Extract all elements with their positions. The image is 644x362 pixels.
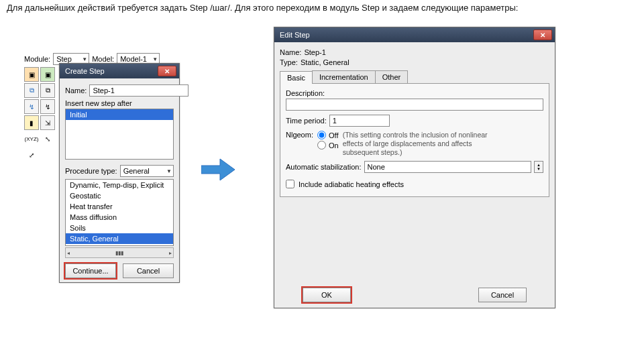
- name-label: Name:: [280, 48, 301, 56]
- chevron-down-icon: ▼: [152, 56, 158, 62]
- tool-icon[interactable]: ⤢: [24, 147, 39, 162]
- nlgeom-hint: (This setting controls the inclusion of …: [343, 131, 497, 157]
- procedure-type-label: Procedure type:: [65, 167, 117, 175]
- stabilization-label: Automatic stabilization:: [286, 163, 362, 171]
- xyz-icon[interactable]: (XYZ): [24, 131, 39, 146]
- tab-basic[interactable]: Basic: [280, 71, 313, 84]
- type-value: Static, General: [301, 58, 350, 66]
- radio[interactable]: [317, 131, 326, 139]
- insert-after-label: Insert new step after: [65, 99, 174, 107]
- titlebar[interactable]: Create Step ✕: [60, 64, 179, 78]
- list-item[interactable]: Heat transfer: [66, 201, 173, 212]
- spinner[interactable]: ▲▼: [534, 161, 543, 173]
- create-step-dialog: Create Step ✕ Name: Insert new step afte…: [59, 63, 180, 283]
- nlgeom-label: Nlgeom:: [286, 131, 313, 139]
- list-item[interactable]: Geostatic: [66, 190, 173, 201]
- titlebar[interactable]: Edit Step ✕: [274, 27, 555, 42]
- description-label: Description:: [286, 89, 543, 97]
- horizontal-scrollbar[interactable]: ◂▮▮▮▸: [65, 247, 174, 258]
- radio-label: On: [329, 141, 339, 149]
- model-combo-value: Model-1: [120, 55, 147, 63]
- close-icon[interactable]: ✕: [158, 66, 176, 76]
- cancel-button[interactable]: Cancel: [478, 288, 527, 302]
- continue-button[interactable]: Continue...: [65, 263, 116, 278]
- tool-icon[interactable]: ↯: [24, 99, 39, 114]
- module-combo-value: Step: [56, 55, 72, 63]
- tool-icon[interactable]: ▣: [40, 67, 55, 82]
- module-label: Module:: [24, 55, 50, 63]
- tool-icon[interactable]: ▮: [24, 115, 39, 130]
- chevron-down-icon: ▼: [82, 56, 87, 62]
- tab-other[interactable]: Other: [375, 70, 409, 83]
- arrow-icon: [201, 158, 235, 182]
- model-label: Model:: [92, 55, 114, 63]
- stabilization-value: None: [368, 163, 385, 171]
- list-item[interactable]: Dynamic, Temp-disp, Explicit: [66, 180, 173, 190]
- insert-after-list[interactable]: Initial: [65, 109, 174, 160]
- list-item[interactable]: Mass diffusion: [66, 212, 173, 223]
- chevron-down-icon: ▼: [166, 168, 172, 174]
- list-item[interactable]: Soils: [66, 223, 173, 233]
- dialog-title: Create Step: [65, 67, 105, 75]
- stabilization-combo[interactable]: None: [364, 161, 532, 173]
- page-caption: Для дальнейших действий требуется задать…: [7, 3, 518, 13]
- list-item[interactable]: Static, Riks: [66, 244, 173, 246]
- tool-icon[interactable]: ⤡: [40, 131, 55, 146]
- close-icon[interactable]: ✕: [533, 29, 552, 40]
- nlgeom-off-option[interactable]: Off: [317, 131, 339, 139]
- list-item[interactable]: Static, General: [66, 233, 173, 244]
- tool-icon[interactable]: ↯: [40, 99, 55, 114]
- ok-button[interactable]: OK: [303, 288, 351, 302]
- list-item[interactable]: Initial: [66, 109, 173, 120]
- time-period-label: Time period:: [286, 117, 327, 125]
- left-toolbox: ▣ ▣ ⧉ ⧉ ↯ ↯ ▮ ⇲ (XYZ) ⤡ ⤢: [24, 67, 55, 162]
- radio[interactable]: [317, 141, 326, 149]
- name-label: Name:: [65, 86, 87, 95]
- tool-icon[interactable]: ▣: [24, 67, 39, 82]
- tool-icon[interactable]: ⧉: [24, 83, 39, 98]
- tool-icon[interactable]: ⇲: [40, 115, 55, 130]
- adiabatic-label: Include adiabatic heating effects: [299, 180, 404, 188]
- tool-icon[interactable]: ⧉: [40, 83, 55, 98]
- procedure-type-combo[interactable]: General ▼: [120, 165, 174, 177]
- name-value: Step-1: [304, 48, 325, 56]
- description-input[interactable]: [286, 99, 543, 111]
- cancel-button[interactable]: Cancel: [123, 263, 174, 278]
- tab-incrementation[interactable]: Incrementation: [312, 70, 376, 83]
- type-label: Type:: [280, 58, 298, 66]
- adiabatic-checkbox[interactable]: [286, 180, 294, 188]
- nlgeom-on-option[interactable]: On: [317, 141, 339, 149]
- radio-label: Off: [329, 131, 338, 139]
- edit-step-dialog: Edit Step ✕ Name: Step-1 Type: Static, G…: [274, 27, 555, 308]
- time-period-input[interactable]: [329, 115, 390, 127]
- procedure-list[interactable]: Dynamic, Temp-disp, ExplicitGeostaticHea…: [65, 179, 174, 246]
- procedure-type-value: General: [123, 167, 150, 175]
- step-name-input[interactable]: [89, 84, 189, 97]
- tab-panel-basic: Description: Time period: Nlgeom: Off On: [280, 83, 549, 197]
- dialog-title: Edit Step: [280, 31, 310, 39]
